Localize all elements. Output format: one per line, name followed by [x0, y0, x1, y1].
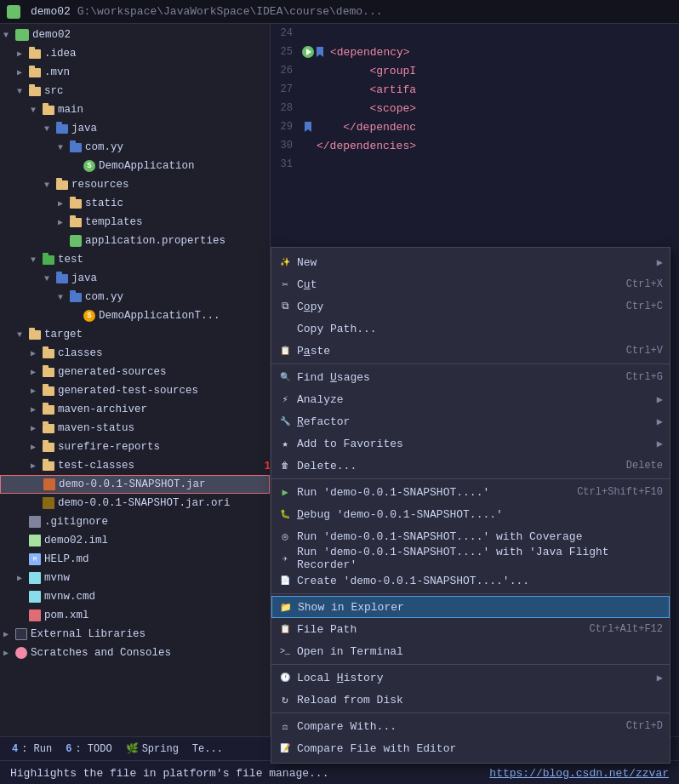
status-tab-run[interactable]: 4 : Run [7, 740, 57, 758]
menu-item-analyze[interactable]: Analyze ▶ [271, 388, 670, 410]
tree-label: Scratches and Consoles [31, 647, 171, 659]
copy-menu-icon [278, 300, 292, 313]
tree-item-static[interactable]: ▶ static [0, 194, 270, 213]
tree-item-templates[interactable]: ▶ templates [0, 213, 270, 232]
tree-item-jar-ori[interactable]: ▶ demo-0.0.1-SNAPSHOT.jar.ori [0, 494, 270, 512]
tree-item-ext-libs[interactable]: ▶ External Libraries [0, 625, 270, 644]
menu-item-compare-with[interactable]: Compare With... Ctrl+D [271, 715, 670, 737]
menu-item-copy[interactable]: Copy Ctrl+C [271, 295, 670, 318]
menu-item-refactor[interactable]: Refactor ▶ [271, 410, 670, 432]
tree-label: demo-0.0.1-SNAPSHOT.jar [59, 478, 206, 490]
expand-arrow: ▼ [3, 31, 14, 40]
folder-icon-gen-sources [43, 368, 54, 377]
line-gutter [300, 46, 317, 58]
tree-item-pom-xml[interactable]: ▶ pom.xml [0, 606, 270, 625]
submenu-arrow: ▶ [657, 256, 663, 269]
tree-item-iml[interactable]: ▶ demo02.iml [0, 531, 270, 550]
menu-label: Show in Explorer [298, 601, 404, 614]
spring-icon [83, 160, 95, 172]
menu-item-paste[interactable]: Paste Ctrl+V [271, 340, 670, 362]
create-menu-icon [278, 574, 292, 587]
menu-item-flight[interactable]: Run 'demo-0.0.1-SNAPSHOT....' with 'Java… [271, 547, 670, 569]
status-message: Highlights the file in platform's file m… [10, 767, 328, 780]
expand-arrow: ▼ [44, 124, 54, 134]
xml-icon [29, 609, 41, 621]
menu-item-file-path[interactable]: File Path Ctrl+Alt+F12 [271, 618, 670, 640]
tree-item-mvnw-cmd[interactable]: ▶ mvnw.cmd [0, 587, 270, 606]
menu-item-coverage[interactable]: Run 'demo-0.0.1-SNAPSHOT....' with Cover… [271, 525, 670, 547]
tree-item-mvn[interactable]: ▶ .mvn [0, 63, 270, 82]
coverage-menu-icon [278, 529, 292, 543]
tree-item-demo-app[interactable]: ▶ DemoApplication [0, 157, 270, 175]
tree-item-java-main[interactable]: ▼ java [0, 119, 270, 138]
menu-separator-1 [271, 363, 670, 364]
code-content: </dependencies> [317, 140, 416, 152]
bookmark-gutter [317, 47, 328, 57]
tree-item-main[interactable]: ▼ main [0, 100, 270, 119]
star-menu-icon [278, 437, 292, 450]
shortcut: Delete [626, 460, 663, 472]
tree-label: demo02 [32, 29, 71, 41]
folder-icon-surefire-reports [43, 443, 54, 452]
show-explorer-menu-icon [279, 600, 293, 614]
tree-item-java-test[interactable]: ▼ java [0, 269, 270, 288]
tree-label: External Libraries [31, 628, 146, 640]
menu-item-new[interactable]: New ▶ [271, 251, 670, 273]
menu-item-run[interactable]: Run 'demo-0.0.1-SNAPSHOT....' Ctrl+Shift… [271, 481, 670, 503]
tree-label: DemoApplicationT... [99, 310, 220, 322]
menu-item-find-usages[interactable]: Find Usages Ctrl+G [271, 366, 670, 388]
run-gutter-icon[interactable] [302, 46, 314, 58]
tree-item-classes[interactable]: ▶ classes [0, 344, 270, 363]
expand-arrow: ▶ [31, 404, 41, 415]
menu-item-local-history[interactable]: Local History ▶ [271, 667, 670, 689]
tree-item-target[interactable]: ▼ target [0, 325, 270, 344]
tree-label: maven-status [58, 422, 134, 434]
menu-label: Delete... [297, 460, 357, 472]
menu-item-create[interactable]: Create 'demo-0.0.1-SNAPSHOT....'... [271, 569, 670, 592]
tree-item-src[interactable]: ▼ src [0, 82, 270, 100]
menu-item-open-terminal[interactable]: Open in Terminal [271, 640, 670, 662]
menu-item-reload[interactable]: Reload from Disk [271, 689, 670, 711]
tree-item-resources[interactable]: ▼ resources [0, 175, 270, 194]
menu-item-delete[interactable]: Delete... Delete [271, 455, 670, 477]
line-gutter [300, 122, 317, 132]
tree-item-gitignore[interactable]: ▶ .gitignore [0, 512, 270, 531]
menu-item-add-favorites[interactable]: Add to Favorites ▶ [271, 432, 670, 455]
tree-item-idea[interactable]: ▶ .idea [0, 44, 270, 63]
tree-item-gen-test-sources[interactable]: ▶ generated-test-sources [0, 381, 270, 400]
tree-item-comyy[interactable]: ▼ com.yy [0, 138, 270, 157]
tree-item-maven-archiver[interactable]: ▶ maven-archiver [0, 400, 270, 419]
status-tab-todo[interactable]: 6 : TODO [60, 740, 117, 758]
tree-item-scratches[interactable]: ▶ Scratches and Consoles [0, 644, 270, 662]
folder-icon-resources [56, 180, 68, 190]
tree-item-demo02[interactable]: ▼ demo02 [0, 26, 270, 44]
expand-arrow: ▶ [3, 648, 14, 658]
menu-item-compare-editor[interactable]: Compare File with Editor [271, 737, 670, 759]
tree-item-demo-app-test[interactable]: ▶ DemoApplicationT... [0, 306, 270, 325]
tree-item-jar[interactable]: ▶ demo-0.0.1-SNAPSHOT.jar [0, 475, 270, 494]
status-tab-te[interactable]: Te... [187, 740, 228, 758]
menu-item-show-explorer[interactable]: Show in Explorer 2、点击 [271, 596, 670, 618]
menu-item-debug[interactable]: Debug 'demo-0.0.1-SNAPSHOT....' [271, 503, 670, 525]
status-link[interactable]: https://blog.csdn.net/zzvar [489, 767, 669, 780]
tree-item-app-props[interactable]: ▶ application.properties [0, 232, 270, 250]
tree-item-test[interactable]: ▼ test [0, 250, 270, 269]
tree-item-surefire-reports[interactable]: ▶ surefire-reports [0, 438, 270, 456]
tree-item-test-classes[interactable]: ▶ test-classes 1、右键 [0, 456, 270, 475]
folder-icon-src [29, 87, 41, 96]
code-line-29: 29 </dependenc [271, 117, 679, 136]
tree-label: resources [71, 179, 129, 191]
menu-label: Paste [297, 345, 330, 358]
tree-item-mvnw[interactable]: ▶ mvnw [0, 569, 270, 587]
tree-item-comyy-test[interactable]: ▼ com.yy [0, 288, 270, 306]
tree-item-help-md[interactable]: ▶ M HELP.md [0, 550, 270, 569]
menu-label: Analyze [297, 393, 344, 406]
tree-item-maven-status[interactable]: ▶ maven-status [0, 419, 270, 438]
shortcut: Ctrl+G [626, 371, 663, 383]
code-line-26: 26 <groupI [271, 61, 679, 80]
status-tab-spring[interactable]: 🌿 Spring [121, 739, 184, 758]
menu-item-cut[interactable]: Cut Ctrl+X [271, 273, 670, 295]
tree-item-gen-sources[interactable]: ▶ generated-sources [0, 363, 270, 381]
menu-item-copy-path[interactable]: Copy Path... [271, 318, 670, 340]
tree-label: com.yy [85, 291, 123, 303]
